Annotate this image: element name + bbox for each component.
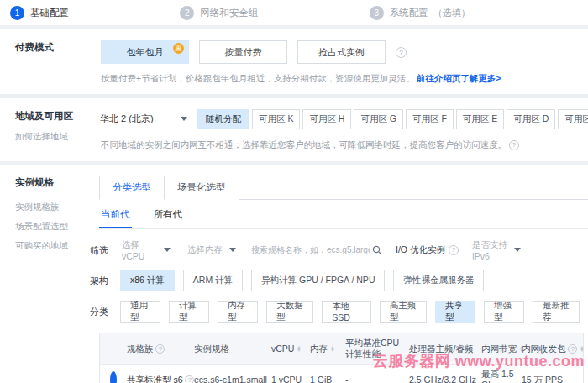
filter-label: 筛选 xyxy=(90,244,108,257)
ipv6-filter-placeholder: 是否支持IPv6 xyxy=(472,239,509,261)
step-connector xyxy=(79,13,170,13)
generation-tabs: 当前代 所有代 xyxy=(99,208,588,229)
category-latest[interactable]: 最新推荐 xyxy=(533,301,580,323)
chevron-down-icon xyxy=(514,248,521,252)
zone-h[interactable]: 可用区 H xyxy=(302,109,351,129)
vcpu-filter-select[interactable]: 选择 vCPU xyxy=(120,240,174,260)
category-memory[interactable]: 内存型 xyxy=(218,301,258,323)
mem-value: 1 GiB xyxy=(308,371,344,383)
col-vcpu: vCPU xyxy=(271,344,294,354)
zone-button-group: 随机分配 可用区 K 可用区 H 可用区 G 可用区 F 可用区 E 可用区 D… xyxy=(197,109,588,129)
bandwidth-value: 最高 1.5 Gbps xyxy=(480,365,520,383)
arch-heterogeneous[interactable]: 异构计算 GPU / FPGA / NPU xyxy=(251,270,385,291)
step-basic-config[interactable]: 1 基础配置 xyxy=(10,6,69,20)
arch-x86[interactable]: x86 计算 xyxy=(120,270,175,291)
payment-section: 付费模式 包年包月 惠 按量付费 抢占式实例 ? 按量付费+节省计划，价格跟包年… xyxy=(0,29,588,94)
tab-scenario-selection[interactable]: 场景化选型 xyxy=(165,176,239,200)
region-howto-link[interactable]: 如何选择地域 xyxy=(15,130,90,142)
sort-pps-icon[interactable]: ▲▼ xyxy=(580,345,585,352)
family-help-icon[interactable]: ? xyxy=(155,344,165,354)
chevron-down-icon xyxy=(229,248,236,252)
region-section: 地域及可用区 如何选择地域 华北 2 (北京) 随机分配 可用区 K 可用区 H… xyxy=(0,98,588,161)
category-local-ssd[interactable]: 本地 SSD xyxy=(322,301,371,323)
region-select-value: 华北 2 (北京) xyxy=(100,113,154,125)
vcpu-value: 1 vCPU xyxy=(270,371,308,383)
category-enhanced[interactable]: 增强型 xyxy=(484,301,524,323)
step-connector xyxy=(480,13,571,13)
payment-option-spot[interactable]: 抢占式实例 xyxy=(297,40,386,64)
spec-table-header: 规格族 ? 实例规格 vCPU▲▼ 内存▲▼ 平均基准CPU计算性能 处理器主频… xyxy=(100,333,583,364)
spec-search-input[interactable] xyxy=(251,245,370,254)
pps-value: 15 万 PPS xyxy=(520,371,583,383)
category-shared[interactable]: 共享型 xyxy=(435,301,475,323)
ipv6-filter-select[interactable]: 是否支持IPv6 xyxy=(470,240,524,260)
spec-search-box xyxy=(251,240,384,260)
freq-value: 2.5 GHz/3.2 GHz xyxy=(407,371,480,383)
region-label: 地域及可用区 xyxy=(15,109,90,123)
zone-k[interactable]: 可用区 K xyxy=(252,109,300,129)
sort-mem-icon[interactable]: ▲▼ xyxy=(330,345,335,352)
side-link-spec-families[interactable]: 实例规格族 xyxy=(15,201,90,212)
vcpu-filter-placeholder: 选择 vCPU xyxy=(122,239,159,261)
instance-spec-label: 实例规格 xyxy=(15,176,90,189)
payment-option-subscription[interactable]: 包年包月 惠 xyxy=(101,40,189,64)
step-2-label: 网络和安全组 xyxy=(200,7,258,19)
category-general[interactable]: 通用型 xyxy=(120,301,160,323)
payment-option-label: 抢占式实例 xyxy=(318,46,365,59)
side-link-purchasable-regions[interactable]: 可购买的地域 xyxy=(15,239,90,251)
spec-radio-selected[interactable] xyxy=(110,371,117,383)
payment-learn-more-link[interactable]: 前往介绍页了解更多> xyxy=(417,73,501,83)
payment-help-icon[interactable]: ? xyxy=(396,47,407,58)
col-spec: 实例规格 xyxy=(192,340,270,358)
instance-spec-section: 实例规格 实例规格族 场景配置选型 可购买的地域 分类选型 场景化选型 当前代 … xyxy=(0,165,588,383)
col-freq: 处理器主频/睿频 xyxy=(407,340,480,358)
arch-baremetal[interactable]: 弹性裸金属服务器 xyxy=(393,270,484,291)
category-label: 分类 xyxy=(90,306,108,318)
discount-badge-icon: 惠 xyxy=(173,43,184,54)
col-baseline: 平均基准CPU计算性能 xyxy=(344,334,407,363)
spec-tabs: 分类选型 场景化选型 xyxy=(99,176,588,200)
col-mem: 内存 xyxy=(310,344,328,354)
category-bigdata[interactable]: 大数据型 xyxy=(266,301,313,323)
tab-category-selection[interactable]: 分类选型 xyxy=(99,176,165,200)
arch-label: 架构 xyxy=(90,275,108,287)
category-compute[interactable]: 计算型 xyxy=(169,301,209,323)
zone-e[interactable]: 可用区 E xyxy=(456,109,504,129)
search-icon[interactable] xyxy=(372,245,382,255)
chevron-down-icon xyxy=(164,248,171,252)
sort-bandwidth-icon[interactable]: ▲▼ xyxy=(519,345,524,352)
pps-help-icon[interactable]: ? xyxy=(568,344,577,354)
step-network-security[interactable]: 2 网络和安全组 xyxy=(180,6,258,20)
col-pps: 内网收发包 xyxy=(522,344,566,354)
chevron-down-icon xyxy=(181,117,187,121)
region-select[interactable]: 华北 2 (北京) xyxy=(98,109,191,129)
gen-tab-all[interactable]: 所有代 xyxy=(152,208,185,228)
col-bandwidth: 内网带宽 xyxy=(481,344,517,354)
zone-random[interactable]: 随机分配 xyxy=(197,109,249,129)
payment-note: 按量付费+节省计划，价格跟包年包月相近，支持分期付款，资源使用更加灵活。 xyxy=(101,73,415,83)
family-name: 共享标准型 s6 xyxy=(127,375,183,383)
sort-vcpu-icon[interactable]: ▲▼ xyxy=(297,345,302,352)
baseline-value: - xyxy=(344,371,407,383)
side-link-scenario-selection[interactable]: 场景配置选型 xyxy=(15,220,90,232)
category-high-clock[interactable]: 高主频型 xyxy=(380,301,427,323)
zone-g[interactable]: 可用区 G xyxy=(354,109,403,129)
gen-tab-current[interactable]: 当前代 xyxy=(99,208,132,228)
memory-filter-placeholder: 选择内存 xyxy=(187,244,223,256)
payment-option-label: 包年包月 xyxy=(127,46,164,59)
step-3-number-icon: 3 xyxy=(370,6,384,20)
step-system-config[interactable]: 3 系统配置 （选填） xyxy=(370,6,470,20)
payment-option-label: 按量付费 xyxy=(225,46,262,59)
region-help-icon[interactable]: ? xyxy=(509,140,519,150)
spec-table: 规格族 ? 实例规格 vCPU▲▼ 内存▲▼ 平均基准CPU计算性能 处理器主频… xyxy=(99,333,584,383)
zone-c[interactable]: 可用区 C xyxy=(558,109,588,129)
io-optimized-help-icon[interactable]: ? xyxy=(449,245,459,255)
payment-option-payg[interactable]: 按量付费 xyxy=(199,40,287,64)
zone-f[interactable]: 可用区 F xyxy=(406,109,454,129)
arch-arm[interactable]: ARM 计算 xyxy=(183,270,243,291)
zone-d[interactable]: 可用区 D xyxy=(507,109,555,129)
step-3-optional-suffix: （选填） xyxy=(433,7,470,19)
col-family: 规格族 xyxy=(127,344,154,354)
memory-filter-select[interactable]: 选择内存 xyxy=(186,240,239,260)
spec-row-s6-c1m1[interactable]: 共享标准型 s6 ? ecs.s6-c1m1.small 1 vCPU 1 Gi… xyxy=(100,364,583,383)
